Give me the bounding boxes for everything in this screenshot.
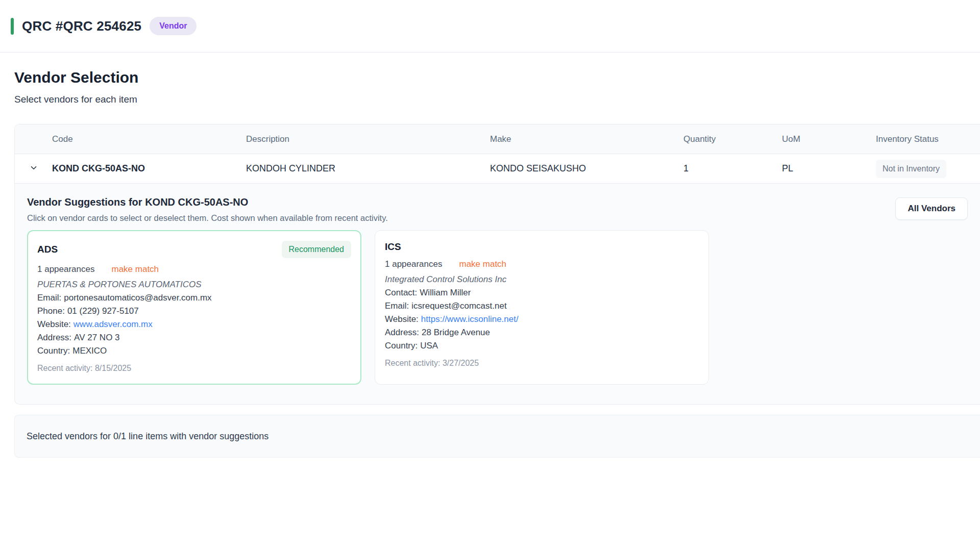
line-items-table: Code Description Make Quantity UoM Inven… (14, 124, 980, 405)
page-title: QRC #QRC 254625 (22, 18, 141, 34)
vendor-appearances: 1 appearances (385, 259, 442, 269)
section-heading: Vendor Selection (14, 68, 980, 87)
vendor-field-email: Email:portonesautomaticos@adsver.com.mx (37, 293, 351, 303)
vendor-field-contact: Contact:William Miller (385, 288, 699, 297)
inventory-status-badge: Not in Inventory (876, 160, 946, 178)
vendor-name: ADS (37, 243, 58, 256)
recommended-badge: Recommended (282, 241, 352, 258)
row-uom: PL (782, 163, 876, 174)
column-header-inventory-status: Inventory Status (876, 134, 980, 144)
vendor-card-ics[interactable]: ICS 1 appearancesmake match Integrated C… (375, 230, 709, 385)
row-code: KOND CKG-50AS-NO (52, 163, 246, 174)
row-make: KONDO SEISAKUSHO (490, 163, 683, 174)
make-match-link[interactable]: make match (111, 264, 159, 274)
vendor-website-link[interactable]: www.adsver.com.mx (74, 319, 153, 329)
vendor-website-link[interactable]: https://www.icsonline.net/ (421, 314, 519, 324)
app-header: QRC #QRC 254625 Vendor (0, 0, 980, 53)
vendor-recent-activity: Recent activity: 8/15/2025 (37, 364, 351, 373)
make-match-link[interactable]: make match (459, 259, 506, 269)
panel-head-text: Vendor Suggestions for KOND CKG-50AS-NO … (27, 196, 388, 223)
table-header-row: Code Description Make Quantity UoM Inven… (15, 124, 980, 154)
vendor-field-website: Website:https://www.icsonline.net/ (385, 315, 699, 324)
column-header-uom: UoM (782, 134, 876, 144)
suggestions-title: Vendor Suggestions for KOND CKG-50AS-NO (27, 196, 388, 209)
vendor-cards: ADS Recommended 1 appearancesmake match … (27, 230, 968, 385)
vendor-recent-activity: Recent activity: 3/27/2025 (385, 359, 699, 368)
suggestions-hint: Click on vendor cards to select or desel… (27, 212, 388, 223)
row-expand-toggle[interactable] (27, 161, 40, 176)
all-vendors-button[interactable]: All Vendors (895, 197, 968, 220)
vendor-field-website: Website:www.adsver.com.mx (37, 320, 351, 329)
column-header-quantity: Quantity (683, 134, 782, 144)
column-header-make: Make (490, 134, 683, 144)
vendor-company: Integrated Control Solutions Inc (385, 275, 699, 284)
header-accent-bar (11, 18, 14, 35)
column-header-description: Description (246, 134, 490, 144)
vendor-suggestions-panel: Vendor Suggestions for KOND CKG-50AS-NO … (15, 184, 980, 404)
vendor-field-email: Email:icsrequest@comcast.net (385, 302, 699, 311)
vendor-field-phone: Phone:01 (229) 927-5107 (37, 307, 351, 316)
vendor-card-ads[interactable]: ADS Recommended 1 appearancesmake match … (27, 230, 361, 385)
selection-summary-text: Selected vendors for 0/1 line items with… (27, 431, 268, 441)
vendor-field-address: Address:AV 27 NO 3 (37, 333, 351, 342)
column-header-code: Code (52, 134, 246, 144)
vendor-name: ICS (385, 241, 401, 253)
vendor-field-country: Country:USA (385, 341, 699, 350)
vendor-appearances: 1 appearances (37, 264, 94, 274)
section-subheading: Select vendors for each item (14, 93, 980, 106)
vendor-field-address: Address:28 Bridge Avenue (385, 328, 699, 337)
chevron-down-icon (29, 163, 38, 174)
vendor-company: PUERTAS & PORTONES AUTOMATICOS (37, 280, 351, 289)
row-description: KONDOH CYLINDER (246, 163, 490, 174)
main-content: Vendor Selection Select vendors for each… (0, 68, 980, 458)
table-row[interactable]: KOND CKG-50AS-NO KONDOH CYLINDER KONDO S… (15, 154, 980, 184)
vendor-type-badge: Vendor (150, 17, 197, 35)
selection-summary-bar: Selected vendors for 0/1 line items with… (14, 415, 980, 458)
row-quantity: 1 (683, 163, 782, 174)
vendor-field-country: Country:MEXICO (37, 346, 351, 356)
